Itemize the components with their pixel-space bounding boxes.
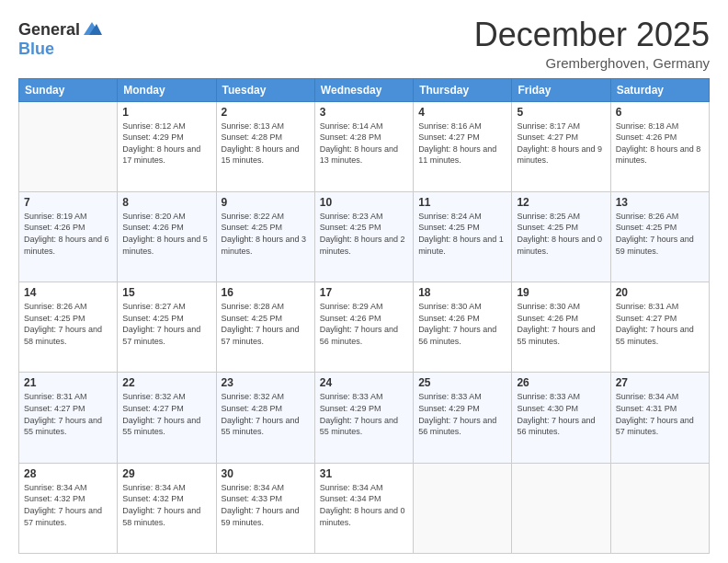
day-number: 28 <box>24 467 112 480</box>
day-number: 25 <box>418 376 506 389</box>
day-info: Sunrise: 8:23 AMSunset: 4:25 PMDaylight:… <box>320 211 408 257</box>
calendar-week-row: 1Sunrise: 8:12 AMSunset: 4:29 PMDaylight… <box>19 101 710 191</box>
day-number: 31 <box>320 467 408 480</box>
title-block: December 2025 Gremberghoven, Germany <box>474 17 710 71</box>
day-info: Sunrise: 8:30 AMSunset: 4:26 PMDaylight:… <box>517 301 605 347</box>
day-info: Sunrise: 8:16 AMSunset: 4:27 PMDaylight:… <box>418 121 506 167</box>
day-info: Sunrise: 8:33 AMSunset: 4:29 PMDaylight:… <box>418 391 506 437</box>
col-sunday: Sunday <box>19 78 118 101</box>
day-info: Sunrise: 8:25 AMSunset: 4:25 PMDaylight:… <box>517 211 605 257</box>
day-number: 29 <box>122 467 210 480</box>
day-number: 24 <box>320 376 408 389</box>
table-row: 31Sunrise: 8:34 AMSunset: 4:34 PMDayligh… <box>314 463 413 553</box>
table-row: 27Sunrise: 8:34 AMSunset: 4:31 PMDayligh… <box>610 373 709 463</box>
table-row: 18Sunrise: 8:30 AMSunset: 4:26 PMDayligh… <box>414 282 512 373</box>
table-row: 11Sunrise: 8:24 AMSunset: 4:25 PMDayligh… <box>414 191 512 282</box>
logo: General Blue <box>18 20 102 59</box>
day-info: Sunrise: 8:31 AMSunset: 4:27 PMDaylight:… <box>616 301 704 347</box>
table-row <box>610 463 709 553</box>
table-row: 21Sunrise: 8:31 AMSunset: 4:27 PMDayligh… <box>19 373 118 463</box>
day-info: Sunrise: 8:34 AMSunset: 4:32 PMDaylight:… <box>24 482 112 528</box>
day-number: 27 <box>616 376 704 389</box>
day-info: Sunrise: 8:18 AMSunset: 4:26 PMDaylight:… <box>616 121 704 167</box>
table-row: 13Sunrise: 8:26 AMSunset: 4:25 PMDayligh… <box>610 191 709 282</box>
page: General Blue December 2025 Gremberghoven… <box>0 0 728 563</box>
day-number: 18 <box>418 286 506 299</box>
day-info: Sunrise: 8:12 AMSunset: 4:29 PMDaylight:… <box>122 121 210 167</box>
day-number: 23 <box>222 376 310 389</box>
day-info: Sunrise: 8:14 AMSunset: 4:28 PMDaylight:… <box>320 121 408 167</box>
day-info: Sunrise: 8:22 AMSunset: 4:25 PMDaylight:… <box>222 211 310 257</box>
table-row: 19Sunrise: 8:30 AMSunset: 4:26 PMDayligh… <box>512 282 610 373</box>
col-thursday: Thursday <box>414 78 512 101</box>
table-row: 29Sunrise: 8:34 AMSunset: 4:32 PMDayligh… <box>118 463 216 553</box>
table-row: 9Sunrise: 8:22 AMSunset: 4:25 PMDaylight… <box>216 191 314 282</box>
table-row: 1Sunrise: 8:12 AMSunset: 4:29 PMDaylight… <box>118 101 216 191</box>
day-number: 3 <box>320 106 408 119</box>
day-number: 30 <box>222 467 310 480</box>
day-number: 12 <box>517 196 605 209</box>
table-row: 20Sunrise: 8:31 AMSunset: 4:27 PMDayligh… <box>610 282 709 373</box>
day-number: 26 <box>517 376 605 389</box>
day-number: 17 <box>320 286 408 299</box>
day-info: Sunrise: 8:28 AMSunset: 4:25 PMDaylight:… <box>222 301 310 347</box>
table-row: 23Sunrise: 8:32 AMSunset: 4:28 PMDayligh… <box>216 373 314 463</box>
day-info: Sunrise: 8:32 AMSunset: 4:28 PMDaylight:… <box>222 391 310 437</box>
day-info: Sunrise: 8:32 AMSunset: 4:27 PMDaylight:… <box>122 391 210 437</box>
table-row: 17Sunrise: 8:29 AMSunset: 4:26 PMDayligh… <box>314 282 413 373</box>
day-info: Sunrise: 8:33 AMSunset: 4:30 PMDaylight:… <box>517 391 605 437</box>
table-row <box>512 463 610 553</box>
day-info: Sunrise: 8:17 AMSunset: 4:27 PMDaylight:… <box>517 121 605 167</box>
table-row: 2Sunrise: 8:13 AMSunset: 4:28 PMDaylight… <box>216 101 314 191</box>
calendar-week-row: 7Sunrise: 8:19 AMSunset: 4:26 PMDaylight… <box>19 191 710 282</box>
day-number: 15 <box>122 286 210 299</box>
calendar-week-row: 21Sunrise: 8:31 AMSunset: 4:27 PMDayligh… <box>19 373 710 463</box>
day-number: 21 <box>24 376 112 389</box>
table-row: 28Sunrise: 8:34 AMSunset: 4:32 PMDayligh… <box>19 463 118 553</box>
table-row: 12Sunrise: 8:25 AMSunset: 4:25 PMDayligh… <box>512 191 610 282</box>
table-row: 8Sunrise: 8:20 AMSunset: 4:26 PMDaylight… <box>118 191 216 282</box>
table-row: 6Sunrise: 8:18 AMSunset: 4:26 PMDaylight… <box>610 101 709 191</box>
day-info: Sunrise: 8:30 AMSunset: 4:26 PMDaylight:… <box>418 301 506 347</box>
table-row: 26Sunrise: 8:33 AMSunset: 4:30 PMDayligh… <box>512 373 610 463</box>
day-number: 14 <box>24 286 112 299</box>
day-info: Sunrise: 8:20 AMSunset: 4:26 PMDaylight:… <box>122 211 210 257</box>
day-info: Sunrise: 8:31 AMSunset: 4:27 PMDaylight:… <box>24 391 112 437</box>
table-row: 24Sunrise: 8:33 AMSunset: 4:29 PMDayligh… <box>314 373 413 463</box>
table-row: 7Sunrise: 8:19 AMSunset: 4:26 PMDaylight… <box>19 191 118 282</box>
table-row: 14Sunrise: 8:26 AMSunset: 4:25 PMDayligh… <box>19 282 118 373</box>
table-row: 22Sunrise: 8:32 AMSunset: 4:27 PMDayligh… <box>118 373 216 463</box>
day-number: 16 <box>222 286 310 299</box>
day-number: 20 <box>616 286 704 299</box>
table-row: 4Sunrise: 8:16 AMSunset: 4:27 PMDaylight… <box>414 101 512 191</box>
day-info: Sunrise: 8:33 AMSunset: 4:29 PMDaylight:… <box>320 391 408 437</box>
day-info: Sunrise: 8:29 AMSunset: 4:26 PMDaylight:… <box>320 301 408 347</box>
table-row <box>19 101 118 191</box>
header: General Blue December 2025 Gremberghoven… <box>18 17 710 71</box>
day-info: Sunrise: 8:34 AMSunset: 4:31 PMDaylight:… <box>616 391 704 437</box>
table-row: 10Sunrise: 8:23 AMSunset: 4:25 PMDayligh… <box>314 191 413 282</box>
day-number: 7 <box>24 196 112 209</box>
location-subtitle: Gremberghoven, Germany <box>474 55 710 71</box>
table-row: 30Sunrise: 8:34 AMSunset: 4:33 PMDayligh… <box>216 463 314 553</box>
day-info: Sunrise: 8:26 AMSunset: 4:25 PMDaylight:… <box>24 301 112 347</box>
day-number: 4 <box>418 106 506 119</box>
day-number: 19 <box>517 286 605 299</box>
col-friday: Friday <box>512 78 610 101</box>
calendar-week-row: 28Sunrise: 8:34 AMSunset: 4:32 PMDayligh… <box>19 463 710 553</box>
day-info: Sunrise: 8:13 AMSunset: 4:28 PMDaylight:… <box>222 121 310 167</box>
day-info: Sunrise: 8:26 AMSunset: 4:25 PMDaylight:… <box>616 211 704 257</box>
day-info: Sunrise: 8:34 AMSunset: 4:33 PMDaylight:… <box>222 482 310 528</box>
day-info: Sunrise: 8:34 AMSunset: 4:34 PMDaylight:… <box>320 482 408 528</box>
day-number: 5 <box>517 106 605 119</box>
day-number: 2 <box>222 106 310 119</box>
day-number: 22 <box>122 376 210 389</box>
table-row: 3Sunrise: 8:14 AMSunset: 4:28 PMDaylight… <box>314 101 413 191</box>
month-title: December 2025 <box>474 17 710 53</box>
table-row: 25Sunrise: 8:33 AMSunset: 4:29 PMDayligh… <box>414 373 512 463</box>
calendar-header-row: Sunday Monday Tuesday Wednesday Thursday… <box>19 78 710 101</box>
col-tuesday: Tuesday <box>216 78 314 101</box>
calendar-table: Sunday Monday Tuesday Wednesday Thursday… <box>18 78 710 554</box>
logo-general: General <box>18 21 80 40</box>
calendar-week-row: 14Sunrise: 8:26 AMSunset: 4:25 PMDayligh… <box>19 282 710 373</box>
